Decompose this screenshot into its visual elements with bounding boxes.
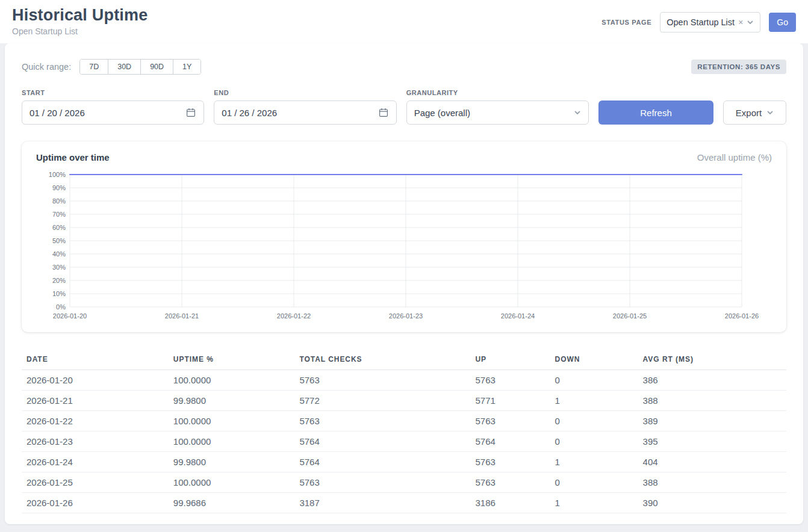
quick-range-1y[interactable]: 1Y bbox=[173, 60, 200, 74]
start-date-label: START bbox=[22, 89, 204, 96]
page-header: Historical Uptime Open Startup List STAT… bbox=[0, 0, 808, 43]
svg-text:0%: 0% bbox=[56, 303, 66, 311]
svg-text:90%: 90% bbox=[52, 184, 66, 191]
column-header: TOTAL CHECKS bbox=[294, 349, 470, 370]
clear-selection-icon[interactable]: × bbox=[738, 17, 743, 27]
svg-text:10%: 10% bbox=[52, 290, 66, 297]
uptime-line-chart: 0%10%20%30%40%50%60%70%80%90%100%2026-01… bbox=[35, 170, 773, 325]
svg-text:2026-01-26: 2026-01-26 bbox=[725, 312, 759, 320]
uptime-table: DATEUPTIME %TOTAL CHECKSUPDOWNAVG RT (MS… bbox=[22, 349, 786, 513]
granularity-field-group: GRANULARITY Page (overall) bbox=[406, 89, 589, 125]
table-cell: 404 bbox=[638, 452, 786, 472]
svg-text:2026-01-24: 2026-01-24 bbox=[501, 312, 535, 320]
table-cell: 2026-01-24 bbox=[22, 452, 169, 472]
table-row: 2026-01-2699.9686318731861390 bbox=[22, 493, 786, 513]
table-cell: 5763 bbox=[294, 411, 470, 431]
table-cell: 0 bbox=[550, 431, 638, 452]
table-cell: 0 bbox=[550, 472, 638, 493]
table-cell: 5772 bbox=[294, 391, 470, 411]
table-row: 2026-01-23100.0000576457640395 bbox=[22, 431, 786, 452]
status-page-label: STATUS PAGE bbox=[601, 19, 651, 26]
quick-range-7d[interactable]: 7D bbox=[80, 60, 108, 74]
column-header: AVG RT (MS) bbox=[638, 349, 786, 370]
table-cell: 3186 bbox=[470, 493, 550, 513]
chevron-down-icon bbox=[574, 109, 581, 116]
header-right: STATUS PAGE Open Startup List × Go bbox=[601, 12, 796, 32]
table-cell: 5764 bbox=[294, 431, 470, 452]
chevron-down-icon bbox=[766, 109, 774, 116]
chart-legend: Overall uptime (%) bbox=[697, 152, 772, 162]
table-header-row: DATEUPTIME %TOTAL CHECKSUPDOWNAVG RT (MS… bbox=[22, 349, 786, 370]
main-card: Quick range: 7D30D90D1Y RETENTION: 365 D… bbox=[5, 43, 803, 524]
page-subtitle: Open Startup List bbox=[12, 26, 148, 36]
svg-text:80%: 80% bbox=[52, 197, 66, 205]
end-date-input[interactable]: 01 / 26 / 2026 bbox=[214, 101, 396, 125]
svg-text:2026-01-20: 2026-01-20 bbox=[53, 312, 87, 320]
table-cell: 100.0000 bbox=[169, 472, 295, 493]
table-cell: 5763 bbox=[470, 370, 550, 391]
table-row: 2026-01-22100.0000576357630389 bbox=[22, 411, 786, 431]
table-cell: 386 bbox=[638, 370, 786, 391]
table-cell: 5764 bbox=[470, 431, 550, 452]
calendar-icon[interactable] bbox=[185, 107, 196, 118]
quick-range-90d[interactable]: 90D bbox=[141, 60, 173, 74]
refresh-button[interactable]: Refresh bbox=[598, 101, 713, 125]
table-cell: 5763 bbox=[470, 452, 550, 472]
table-cell: 1 bbox=[550, 391, 638, 411]
table-cell: 1 bbox=[550, 452, 638, 472]
quick-range-row: Quick range: 7D30D90D1Y RETENTION: 365 D… bbox=[22, 59, 786, 75]
table-cell: 5763 bbox=[294, 472, 470, 493]
table-cell: 99.9686 bbox=[169, 493, 295, 513]
end-date-field-group: END 01 / 26 / 2026 bbox=[214, 89, 396, 125]
filter-form-row: START 01 / 20 / 2026 END 01 / 26 / 2026 bbox=[22, 89, 786, 125]
table-cell: 5763 bbox=[470, 411, 550, 431]
table-cell: 2026-01-25 bbox=[22, 472, 169, 493]
table-cell: 5763 bbox=[294, 370, 470, 391]
svg-text:100%: 100% bbox=[49, 171, 66, 178]
svg-text:60%: 60% bbox=[52, 224, 66, 231]
svg-text:2026-01-21: 2026-01-21 bbox=[165, 312, 199, 320]
chart-header: Uptime over time Overall uptime (%) bbox=[35, 152, 773, 170]
go-button[interactable]: Go bbox=[769, 13, 796, 32]
column-header: UP bbox=[470, 349, 550, 370]
table-cell: 5763 bbox=[470, 472, 550, 493]
status-page-selected-value: Open Startup List bbox=[667, 17, 735, 27]
svg-text:2026-01-25: 2026-01-25 bbox=[613, 312, 647, 320]
chevron-down-icon bbox=[747, 19, 754, 26]
retention-badge: RETENTION: 365 DAYS bbox=[691, 60, 786, 74]
table-cell: 99.9800 bbox=[169, 452, 295, 472]
quick-range-30d[interactable]: 30D bbox=[108, 60, 141, 74]
table-cell: 100.0000 bbox=[169, 411, 295, 431]
calendar-icon[interactable] bbox=[378, 107, 389, 118]
chart-canvas: 0%10%20%30%40%50%60%70%80%90%100%2026-01… bbox=[35, 170, 773, 325]
svg-text:40%: 40% bbox=[52, 250, 66, 258]
end-date-label: END bbox=[214, 89, 396, 96]
column-header: DOWN bbox=[550, 349, 638, 370]
end-date-value: 01 / 26 / 2026 bbox=[222, 108, 277, 118]
export-button-label: Export bbox=[736, 108, 762, 118]
table-cell: 395 bbox=[638, 431, 786, 452]
column-header: UPTIME % bbox=[169, 349, 295, 370]
start-date-input[interactable]: 01 / 20 / 2026 bbox=[22, 101, 204, 125]
table-cell: 99.9800 bbox=[169, 391, 295, 411]
table-cell: 100.0000 bbox=[169, 370, 295, 391]
svg-text:20%: 20% bbox=[52, 277, 66, 284]
export-button[interactable]: Export bbox=[723, 101, 786, 125]
status-page-select[interactable]: Open Startup List × bbox=[660, 12, 760, 32]
column-header: DATE bbox=[22, 349, 169, 370]
table-cell: 388 bbox=[638, 472, 786, 493]
table-cell: 5764 bbox=[294, 452, 470, 472]
uptime-chart-panel: Uptime over time Overall uptime (%) 0%10… bbox=[22, 141, 786, 332]
table-row: 2026-01-20100.0000576357630386 bbox=[22, 370, 786, 391]
table-cell: 2026-01-23 bbox=[22, 431, 169, 452]
table-row: 2026-01-2199.9800577257711388 bbox=[22, 391, 786, 411]
chart-title: Uptime over time bbox=[36, 152, 110, 162]
table-cell: 388 bbox=[638, 391, 786, 411]
granularity-select[interactable]: Page (overall) bbox=[406, 101, 589, 125]
granularity-selected-value: Page (overall) bbox=[414, 108, 470, 118]
header-left: Historical Uptime Open Startup List bbox=[12, 6, 148, 36]
table-cell: 2026-01-22 bbox=[22, 411, 169, 431]
svg-text:2026-01-22: 2026-01-22 bbox=[277, 312, 311, 320]
table-cell: 0 bbox=[550, 411, 638, 431]
table-cell: 5771 bbox=[470, 391, 550, 411]
